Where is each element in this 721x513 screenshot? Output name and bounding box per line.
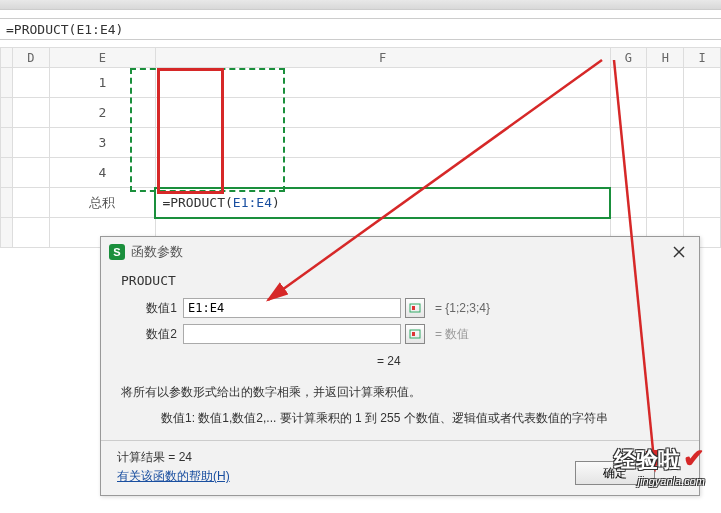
arg1-label: 数值1 (117, 300, 177, 317)
arg1-input[interactable] (183, 298, 401, 318)
col-header-d[interactable]: D (13, 48, 50, 68)
row-3: 3 (1, 128, 721, 158)
arg2-input[interactable] (183, 324, 401, 344)
collapse-range-icon (409, 302, 421, 314)
row-1: 1 (1, 68, 721, 98)
collapse-range-icon (409, 328, 421, 340)
col-header-e[interactable]: E (49, 48, 155, 68)
top-toolbar (0, 0, 721, 10)
col-header-f[interactable]: F (155, 48, 610, 68)
svg-rect-5 (412, 332, 415, 336)
col-header-h[interactable]: H (647, 48, 684, 68)
row-5: 总积 =PRODUCT(E1:E4) (1, 188, 721, 218)
cell-e2[interactable]: 2 (49, 98, 155, 128)
col-header-i[interactable]: I (684, 48, 721, 68)
arg1-ref-button[interactable] (405, 298, 425, 318)
cell-f5-active[interactable]: =PRODUCT(E1:E4) (155, 188, 610, 218)
dialog-footer: 计算结果 = 24 有关该函数的帮助(H) 确定 (101, 440, 699, 495)
ok-button[interactable]: 确定 (575, 461, 655, 485)
function-arguments-dialog: S 函数参数 PRODUCT 数值1 = {1;2;3;4} 数值2 (100, 236, 700, 496)
cell-f5-text: =PRODUCT(E1:E4) (162, 195, 279, 210)
cell-e4[interactable]: 4 (49, 158, 155, 188)
svg-rect-3 (412, 306, 415, 310)
cell-e5[interactable]: 总积 (49, 188, 155, 218)
function-description: 将所有以参数形式给出的数字相乘，并返回计算乘积值。 数值1: 数值1,数值2,.… (121, 382, 683, 429)
dialog-title-text: 函数参数 (131, 243, 183, 261)
help-link[interactable]: 有关该函数的帮助(H) (117, 468, 230, 485)
row-2: 2 (1, 98, 721, 128)
column-header-row: D E F G H I (1, 48, 721, 68)
row-4: 4 (1, 158, 721, 188)
arg1-evaluation: = {1;2;3;4} (435, 301, 490, 315)
app-icon: S (109, 244, 125, 260)
close-icon (673, 246, 685, 258)
arg-row-2: 数值2 = 数值 (117, 324, 683, 344)
formula-bar[interactable]: =PRODUCT(E1:E4) (0, 18, 721, 40)
spreadsheet-grid[interactable]: D E F G H I 1 2 3 4 总积 =PRODUCT(E1:E4) (0, 47, 721, 247)
arg2-evaluation: = 数值 (435, 326, 469, 343)
arg2-ref-button[interactable] (405, 324, 425, 344)
col-header-g[interactable]: G (610, 48, 647, 68)
arg-row-1: 数值1 = {1;2;3;4} (117, 298, 683, 318)
close-button[interactable] (667, 240, 691, 264)
cell-e1[interactable]: 1 (49, 68, 155, 98)
arg2-label: 数值2 (117, 326, 177, 343)
formula-bar-text: =PRODUCT(E1:E4) (6, 22, 123, 37)
dialog-titlebar[interactable]: S 函数参数 (101, 237, 699, 267)
function-name: PRODUCT (121, 273, 683, 288)
cell-e3[interactable]: 3 (49, 128, 155, 158)
formula-result-line: = 24 (117, 354, 683, 368)
